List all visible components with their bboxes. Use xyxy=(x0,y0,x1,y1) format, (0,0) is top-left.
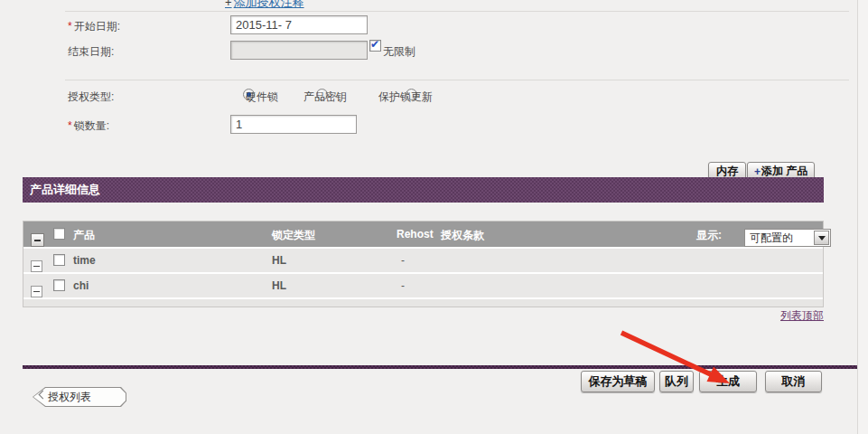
start-date-label: *开始日期: xyxy=(68,19,120,34)
unlimited-checkbox[interactable] xyxy=(369,40,381,52)
required-asterisk: * xyxy=(68,119,72,132)
product-details-title: 产品详细信息 xyxy=(30,182,100,198)
start-date-input[interactable] xyxy=(230,15,368,34)
lock-qty-input[interactable] xyxy=(230,115,357,134)
cell-product: time xyxy=(73,254,96,267)
column-product: 产品 xyxy=(73,228,95,243)
top-of-list-link[interactable]: 列表顶部 xyxy=(780,309,824,322)
back-to-license-list-button[interactable]: 授权列表 xyxy=(33,387,126,407)
generate-button[interactable]: 生成 xyxy=(699,371,757,392)
chevron-down-icon[interactable] xyxy=(814,231,829,245)
table-row: time HL - xyxy=(23,249,823,272)
end-date-input xyxy=(230,41,368,60)
end-date-label: 结束日期: xyxy=(68,44,114,60)
cell-lock-type: HL xyxy=(272,254,286,267)
column-lock-type: 锁定类型 xyxy=(272,228,315,243)
cell-rehost: - xyxy=(401,254,405,267)
radio-product-key-label[interactable]: 产品密钥 xyxy=(303,90,347,105)
auth-type-label: 授权类型: xyxy=(68,90,114,105)
column-license-terms: 授权条款 xyxy=(441,228,484,243)
top-of-list-container: 列表顶部 xyxy=(23,308,824,324)
back-button-label: 授权列表 xyxy=(48,390,91,405)
lock-qty-label: *锁数量: xyxy=(68,118,109,134)
product-table: 产品 锁定类型 Rehost 授权条款 显示: 可配置的 time HL - c… xyxy=(23,221,824,307)
save-draft-button[interactable]: 保存为草稿 xyxy=(581,371,655,392)
add-license-note-label: 添加授权注释 xyxy=(234,0,304,9)
divider xyxy=(65,11,849,12)
plus-icon: + xyxy=(754,165,761,178)
show-filter-value: 可配置的 xyxy=(750,231,793,246)
unlimited-label: 无限制 xyxy=(383,44,415,60)
row-expand-toggle[interactable] xyxy=(31,260,42,272)
page-edge-strip xyxy=(857,0,868,434)
select-all-checkbox[interactable] xyxy=(53,228,65,240)
cancel-button[interactable]: 取消 xyxy=(765,371,822,392)
product-details-header: 产品详细信息 xyxy=(23,177,824,203)
required-asterisk: * xyxy=(68,20,72,33)
table-header-row: 产品 锁定类型 Rehost 授权条款 显示: 可配置的 xyxy=(23,222,823,247)
row-checkbox[interactable] xyxy=(53,254,65,266)
radio-lock-update-label[interactable]: 保护锁更新 xyxy=(378,90,433,105)
cell-rehost: - xyxy=(401,279,405,292)
plus-icon: + xyxy=(225,0,232,9)
column-rehost: Rehost xyxy=(397,228,434,241)
cell-lock-type: HL xyxy=(272,279,286,292)
show-filter-select[interactable]: 可配置的 xyxy=(744,229,831,247)
add-license-note-link[interactable]: +添加授权注释 xyxy=(225,0,304,11)
cell-product: chi xyxy=(73,279,89,292)
collapse-all-toggle[interactable] xyxy=(31,233,44,247)
table-footer-strip xyxy=(23,299,823,307)
queue-button[interactable]: 队列 xyxy=(659,371,694,392)
radio-hardware-lock-label[interactable]: 硬件锁 xyxy=(246,90,278,105)
table-row: chi HL - xyxy=(23,274,823,297)
show-filter-label: 显示: xyxy=(696,228,722,243)
row-checkbox[interactable] xyxy=(53,279,65,291)
footer-divider xyxy=(23,365,857,369)
row-expand-toggle[interactable] xyxy=(31,286,42,297)
divider xyxy=(65,80,849,80)
license-config-page: { "page": { "bg": "#f1f0ef", "accent_pur… xyxy=(0,0,868,434)
